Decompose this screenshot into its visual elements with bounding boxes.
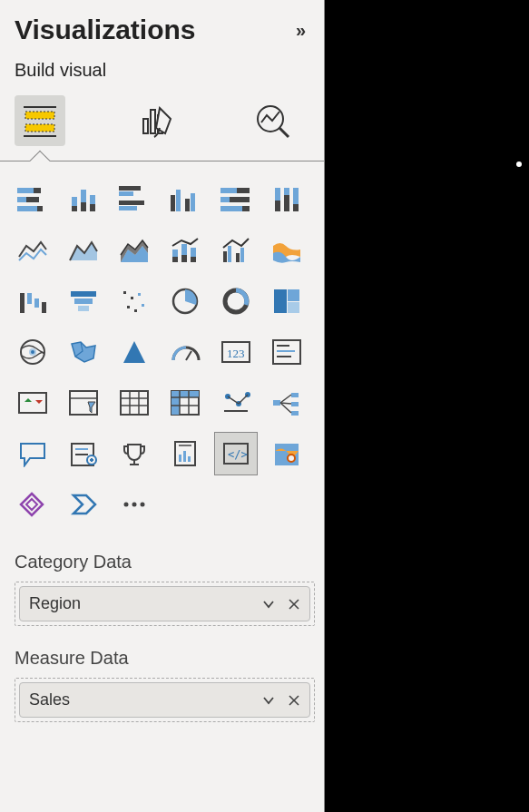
viz-scatter-chart[interactable]: [113, 279, 156, 323]
viz-clustered-bar-chart[interactable]: [113, 178, 156, 221]
svg-rect-56: [34, 298, 39, 308]
measure-field-chip[interactable]: Sales: [19, 682, 310, 718]
viz-matrix[interactable]: [163, 381, 207, 425]
viz-python-visual[interactable]: </>: [214, 432, 258, 475]
svg-rect-18: [81, 202, 86, 211]
viz-kpi[interactable]: [11, 381, 54, 425]
viz-line-clustered-column-chart[interactable]: [214, 229, 258, 272]
decomposition-tree-icon: [271, 389, 302, 416]
viz-funnel-chart[interactable]: [62, 279, 105, 323]
stacked-column-icon: [70, 186, 97, 213]
paginated-report-icon: [170, 440, 201, 467]
clustered-bar-icon: [119, 186, 150, 213]
measure-field-name: Sales: [29, 690, 70, 709]
svg-rect-57: [42, 302, 46, 313]
tab-format-visual[interactable]: [131, 95, 181, 146]
viz-paginated-report[interactable]: [163, 432, 207, 475]
svg-rect-104: [291, 393, 299, 397]
svg-line-75: [186, 351, 191, 360]
category-data-label: Category Data: [15, 552, 315, 572]
viz-gauge[interactable]: [163, 330, 207, 374]
chevron-down-icon[interactable]: [262, 598, 275, 611]
filled-map-icon: [68, 338, 99, 366]
kpi-icon: [17, 389, 48, 416]
svg-rect-13: [17, 206, 37, 211]
viz-more-visuals[interactable]: [113, 483, 156, 526]
chevron-down-icon[interactable]: [262, 694, 275, 707]
svg-point-129: [141, 503, 145, 507]
svg-rect-22: [119, 191, 133, 196]
svg-rect-26: [176, 190, 181, 211]
viz-power-automate[interactable]: [62, 483, 105, 526]
svg-rect-30: [237, 188, 250, 193]
viz-area-chart[interactable]: [62, 229, 105, 272]
category-data-well[interactable]: Region: [15, 582, 315, 626]
slicer-icon: [68, 389, 99, 416]
viz-card[interactable]: 123: [214, 330, 258, 374]
viz-stacked-column-chart[interactable]: [62, 178, 105, 221]
viz-ribbon-chart[interactable]: [265, 229, 309, 272]
tab-build-visual[interactable]: [15, 95, 65, 146]
viz-line-chart[interactable]: [11, 229, 54, 272]
tab-divider: [0, 161, 324, 161]
svg-rect-65: [142, 304, 144, 307]
panel-tabs: [0, 90, 324, 148]
svg-rect-44: [172, 249, 178, 257]
viz-line-stacked-column-chart[interactable]: [163, 229, 207, 272]
measure-data-well[interactable]: Sales: [15, 678, 315, 722]
viz-waterfall-chart[interactable]: [11, 279, 54, 323]
viz-filled-map[interactable]: [62, 330, 105, 374]
viz-treemap-chart[interactable]: [265, 279, 309, 323]
svg-rect-24: [119, 206, 137, 210]
svg-rect-21: [119, 186, 141, 191]
svg-rect-31: [220, 197, 230, 202]
viz-decomposition-tree[interactable]: [265, 381, 309, 425]
svg-rect-46: [181, 244, 187, 255]
svg-rect-11: [17, 197, 26, 202]
viz-azure-map[interactable]: [113, 330, 156, 374]
svg-rect-71: [288, 302, 299, 313]
viz-goals[interactable]: [113, 432, 156, 475]
viz-smart-narrative[interactable]: [62, 432, 105, 475]
viz-arcgis-map[interactable]: [265, 432, 309, 475]
svg-rect-85: [121, 391, 148, 415]
svg-rect-32: [230, 197, 250, 202]
svg-rect-59: [74, 298, 93, 304]
report-canvas-area: [325, 0, 529, 812]
tab-analytics[interactable]: [247, 95, 298, 146]
svg-line-101: [239, 395, 248, 404]
svg-rect-103: [273, 400, 280, 406]
viz-multi-row-card[interactable]: [265, 330, 309, 374]
collapse-panel-button[interactable]: »: [292, 16, 309, 44]
viz-slicer[interactable]: [62, 381, 105, 425]
viz-100-stacked-column-chart[interactable]: [265, 178, 309, 221]
clustered-column-icon: [171, 186, 200, 213]
svg-rect-49: [191, 257, 196, 262]
svg-point-128: [132, 503, 137, 507]
viz-map[interactable]: [11, 330, 54, 374]
power-automate-icon: [68, 490, 99, 519]
svg-line-109: [280, 403, 291, 413]
waterfall-icon: [18, 288, 47, 315]
viz-clustered-column-chart[interactable]: [163, 178, 207, 221]
viz-stacked-area-chart[interactable]: [113, 229, 156, 272]
viz-power-apps[interactable]: [11, 483, 54, 526]
svg-rect-58: [71, 291, 96, 297]
svg-rect-20: [90, 204, 95, 211]
viz-100-stacked-bar-chart[interactable]: [214, 178, 258, 221]
viz-stacked-bar-chart[interactable]: [11, 178, 54, 221]
category-field-chip[interactable]: Region: [19, 586, 310, 621]
remove-field-button[interactable]: [288, 694, 300, 707]
map-icon: [18, 338, 47, 367]
svg-rect-51: [228, 246, 231, 262]
viz-qa[interactable]: [11, 432, 54, 475]
stacked-bar-icon: [17, 186, 48, 213]
r-visual-icon: [220, 389, 251, 416]
viz-r-script-visual[interactable]: [214, 381, 258, 425]
svg-rect-15: [72, 197, 77, 206]
remove-field-button[interactable]: [288, 598, 300, 611]
viz-pie-chart[interactable]: [163, 279, 207, 323]
svg-line-8: [279, 128, 289, 137]
viz-table[interactable]: [113, 381, 156, 425]
viz-donut-chart[interactable]: [214, 279, 258, 323]
